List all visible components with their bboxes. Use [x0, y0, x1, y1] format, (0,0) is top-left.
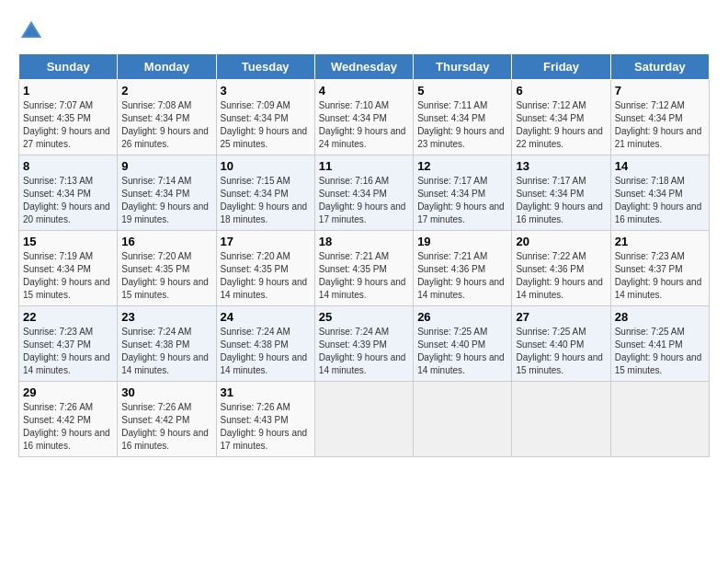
day-number: 22 — [23, 310, 113, 324]
day-info: Sunrise: 7:12 AM Sunset: 4:34 PM Dayligh… — [615, 99, 705, 151]
day-number: 18 — [319, 235, 409, 248]
calendar-cell — [314, 382, 413, 457]
calendar-cell: 27 Sunrise: 7:25 AM Sunset: 4:40 PM Dayl… — [512, 306, 610, 382]
day-info: Sunrise: 7:26 AM Sunset: 4:42 PM Dayligh… — [23, 401, 113, 453]
day-info: Sunrise: 7:10 AM Sunset: 4:34 PM Dayligh… — [319, 99, 409, 151]
calendar-cell: 25 Sunrise: 7:24 AM Sunset: 4:39 PM Dayl… — [314, 306, 413, 382]
day-info: Sunrise: 7:23 AM Sunset: 4:37 PM Dayligh… — [23, 326, 113, 377]
page-header — [18, 18, 710, 44]
day-info: Sunrise: 7:08 AM Sunset: 4:34 PM Dayligh… — [121, 99, 211, 151]
day-number: 5 — [417, 84, 507, 98]
day-number: 1 — [23, 84, 113, 98]
calendar-cell: 22 Sunrise: 7:23 AM Sunset: 4:37 PM Dayl… — [19, 306, 118, 382]
day-number: 23 — [121, 310, 211, 324]
header-wednesday: Wednesday — [314, 54, 413, 80]
day-number: 20 — [516, 235, 606, 248]
day-number: 10 — [221, 159, 311, 173]
calendar-cell: 3 Sunrise: 7:09 AM Sunset: 4:34 PM Dayli… — [216, 80, 314, 155]
day-info: Sunrise: 7:15 AM Sunset: 4:34 PM Dayligh… — [221, 175, 311, 226]
day-number: 17 — [221, 235, 311, 248]
day-info: Sunrise: 7:18 AM Sunset: 4:34 PM Dayligh… — [615, 175, 705, 226]
day-info: Sunrise: 7:17 AM Sunset: 4:34 PM Dayligh… — [516, 175, 606, 226]
day-number: 24 — [221, 310, 311, 324]
day-info: Sunrise: 7:25 AM Sunset: 4:40 PM Dayligh… — [417, 326, 507, 377]
day-info: Sunrise: 7:11 AM Sunset: 4:34 PM Dayligh… — [417, 99, 507, 151]
day-info: Sunrise: 7:21 AM Sunset: 4:36 PM Dayligh… — [417, 250, 507, 302]
calendar-cell: 5 Sunrise: 7:11 AM Sunset: 4:34 PM Dayli… — [414, 80, 512, 155]
calendar-cell: 9 Sunrise: 7:14 AM Sunset: 4:34 PM Dayli… — [118, 155, 216, 231]
day-number: 19 — [417, 235, 507, 248]
day-number: 13 — [516, 159, 606, 173]
calendar-cell: 11 Sunrise: 7:16 AM Sunset: 4:34 PM Dayl… — [314, 155, 413, 231]
calendar-cell: 24 Sunrise: 7:24 AM Sunset: 4:38 PM Dayl… — [216, 306, 314, 382]
calendar-cell: 12 Sunrise: 7:17 AM Sunset: 4:34 PM Dayl… — [414, 155, 512, 231]
calendar-cell — [512, 382, 610, 457]
calendar-cell — [610, 382, 709, 457]
day-number: 26 — [417, 310, 507, 324]
calendar-header: SundayMondayTuesdayWednesdayThursdayFrid… — [19, 54, 710, 80]
calendar-cell: 10 Sunrise: 7:15 AM Sunset: 4:34 PM Dayl… — [216, 155, 314, 231]
calendar-cell: 7 Sunrise: 7:12 AM Sunset: 4:34 PM Dayli… — [610, 80, 709, 155]
calendar-cell: 13 Sunrise: 7:17 AM Sunset: 4:34 PM Dayl… — [512, 155, 610, 231]
day-number: 8 — [23, 159, 113, 173]
header-tuesday: Tuesday — [216, 54, 314, 80]
day-number: 28 — [615, 310, 705, 324]
day-info: Sunrise: 7:20 AM Sunset: 4:35 PM Dayligh… — [121, 250, 211, 302]
calendar-cell — [414, 382, 512, 457]
day-number: 7 — [615, 84, 705, 98]
day-info: Sunrise: 7:14 AM Sunset: 4:34 PM Dayligh… — [121, 175, 211, 226]
header-monday: Monday — [118, 54, 216, 80]
day-number: 2 — [121, 84, 211, 98]
calendar-cell: 14 Sunrise: 7:18 AM Sunset: 4:34 PM Dayl… — [610, 155, 709, 231]
logo — [18, 18, 51, 44]
day-info: Sunrise: 7:21 AM Sunset: 4:35 PM Dayligh… — [319, 250, 409, 302]
calendar-cell: 4 Sunrise: 7:10 AM Sunset: 4:34 PM Dayli… — [314, 80, 413, 155]
week-row: 15 Sunrise: 7:19 AM Sunset: 4:34 PM Dayl… — [19, 231, 710, 306]
day-number: 15 — [23, 235, 113, 248]
calendar-cell: 26 Sunrise: 7:25 AM Sunset: 4:40 PM Dayl… — [414, 306, 512, 382]
day-number: 30 — [121, 385, 211, 399]
calendar-cell: 17 Sunrise: 7:20 AM Sunset: 4:35 PM Dayl… — [216, 231, 314, 306]
day-info: Sunrise: 7:25 AM Sunset: 4:41 PM Dayligh… — [615, 326, 705, 377]
day-info: Sunrise: 7:19 AM Sunset: 4:34 PM Dayligh… — [23, 250, 113, 302]
calendar-cell: 15 Sunrise: 7:19 AM Sunset: 4:34 PM Dayl… — [19, 231, 118, 306]
day-number: 9 — [121, 159, 211, 173]
day-info: Sunrise: 7:12 AM Sunset: 4:34 PM Dayligh… — [516, 99, 606, 151]
week-row: 8 Sunrise: 7:13 AM Sunset: 4:34 PM Dayli… — [19, 155, 710, 231]
calendar-cell: 8 Sunrise: 7:13 AM Sunset: 4:34 PM Dayli… — [19, 155, 118, 231]
day-number: 16 — [121, 235, 211, 248]
header-friday: Friday — [512, 54, 610, 80]
calendar-cell: 23 Sunrise: 7:24 AM Sunset: 4:38 PM Dayl… — [118, 306, 216, 382]
header-thursday: Thursday — [414, 54, 512, 80]
day-number: 3 — [221, 84, 311, 98]
calendar-cell: 18 Sunrise: 7:21 AM Sunset: 4:35 PM Dayl… — [314, 231, 413, 306]
calendar-cell: 16 Sunrise: 7:20 AM Sunset: 4:35 PM Dayl… — [118, 231, 216, 306]
day-info: Sunrise: 7:26 AM Sunset: 4:43 PM Dayligh… — [221, 401, 311, 453]
header-saturday: Saturday — [610, 54, 709, 80]
day-number: 29 — [23, 385, 113, 399]
calendar-cell: 28 Sunrise: 7:25 AM Sunset: 4:41 PM Dayl… — [610, 306, 709, 382]
day-info: Sunrise: 7:24 AM Sunset: 4:39 PM Dayligh… — [319, 326, 409, 377]
calendar-cell: 20 Sunrise: 7:22 AM Sunset: 4:36 PM Dayl… — [512, 231, 610, 306]
day-number: 25 — [319, 310, 409, 324]
calendar-cell: 6 Sunrise: 7:12 AM Sunset: 4:34 PM Dayli… — [512, 80, 610, 155]
calendar-cell: 1 Sunrise: 7:07 AM Sunset: 4:35 PM Dayli… — [19, 80, 118, 155]
logo-icon — [18, 18, 44, 44]
day-number: 12 — [417, 159, 507, 173]
day-info: Sunrise: 7:09 AM Sunset: 4:34 PM Dayligh… — [221, 99, 311, 151]
day-info: Sunrise: 7:26 AM Sunset: 4:42 PM Dayligh… — [121, 401, 211, 453]
day-info: Sunrise: 7:25 AM Sunset: 4:40 PM Dayligh… — [516, 326, 606, 377]
calendar-cell: 19 Sunrise: 7:21 AM Sunset: 4:36 PM Dayl… — [414, 231, 512, 306]
header-sunday: Sunday — [19, 54, 118, 80]
calendar-cell: 2 Sunrise: 7:08 AM Sunset: 4:34 PM Dayli… — [118, 80, 216, 155]
week-row: 29 Sunrise: 7:26 AM Sunset: 4:42 PM Dayl… — [19, 382, 710, 457]
day-info: Sunrise: 7:23 AM Sunset: 4:37 PM Dayligh… — [615, 250, 705, 302]
day-info: Sunrise: 7:20 AM Sunset: 4:35 PM Dayligh… — [221, 250, 311, 302]
calendar-table: SundayMondayTuesdayWednesdayThursdayFrid… — [18, 53, 710, 457]
calendar-cell: 31 Sunrise: 7:26 AM Sunset: 4:43 PM Dayl… — [216, 382, 314, 457]
calendar-body: 1 Sunrise: 7:07 AM Sunset: 4:35 PM Dayli… — [19, 80, 710, 457]
header-row: SundayMondayTuesdayWednesdayThursdayFrid… — [19, 54, 710, 80]
day-info: Sunrise: 7:07 AM Sunset: 4:35 PM Dayligh… — [23, 99, 113, 151]
day-info: Sunrise: 7:22 AM Sunset: 4:36 PM Dayligh… — [516, 250, 606, 302]
week-row: 22 Sunrise: 7:23 AM Sunset: 4:37 PM Dayl… — [19, 306, 710, 382]
